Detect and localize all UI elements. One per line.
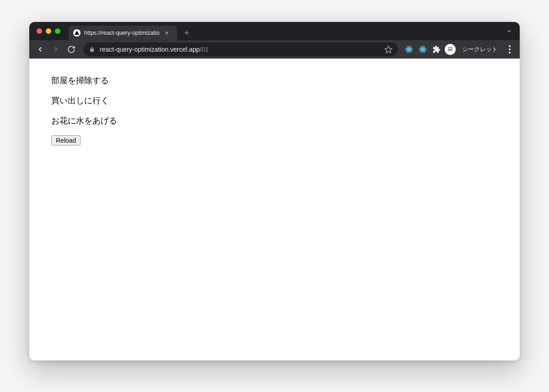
browser-tab[interactable]: https://react-query-optimizatio × — [69, 26, 177, 40]
svg-point-14 — [509, 52, 511, 54]
back-button[interactable] — [34, 43, 47, 56]
tab-title: https://react-query-optimizatio — [84, 30, 160, 36]
browser-toolbar: react-query-optimization.vercel.app/01 シ… — [29, 40, 520, 59]
bookmark-star-icon[interactable] — [384, 45, 393, 54]
svg-point-6 — [422, 49, 424, 50]
window-maximize-button[interactable] — [55, 28, 60, 34]
close-tab-button[interactable]: × — [163, 29, 171, 37]
browser-window: https://react-query-optimizatio × + reac… — [29, 22, 520, 360]
svg-point-2 — [409, 49, 410, 50]
extension-react-icon[interactable] — [417, 44, 428, 55]
svg-point-12 — [509, 45, 511, 47]
svg-marker-1 — [385, 46, 392, 53]
window-controls — [34, 28, 60, 34]
url-host: react-query-optimization.vercel.app — [100, 46, 200, 53]
list-item: 部屋を掃除する — [51, 75, 498, 86]
extension-1-icon[interactable] — [404, 44, 414, 55]
url-text: react-query-optimization.vercel.app/01 — [100, 46, 380, 53]
svg-point-10 — [448, 49, 450, 51]
svg-point-11 — [450, 49, 452, 51]
incognito-profile-icon[interactable] — [445, 44, 456, 55]
window-close-button[interactable] — [37, 28, 42, 34]
lock-icon — [89, 46, 95, 53]
forward-button[interactable] — [49, 43, 62, 56]
extensions-puzzle-icon[interactable] — [431, 44, 442, 55]
browser-menu-button[interactable] — [504, 44, 515, 55]
list-item: 買い出しに行く — [51, 95, 498, 106]
new-tab-button[interactable]: + — [177, 26, 197, 40]
reload-page-button[interactable] — [65, 43, 78, 56]
incognito-label: シークレット — [458, 45, 501, 54]
vercel-favicon-icon — [73, 29, 81, 37]
tab-strip: https://react-query-optimizatio × + — [29, 22, 520, 40]
url-path: /01 — [200, 46, 209, 53]
window-minimize-button[interactable] — [46, 28, 51, 34]
address-bar[interactable]: react-query-optimization.vercel.app/01 — [83, 43, 398, 56]
page-content: 部屋を掃除する 買い出しに行く お花に水をあげる Reload — [29, 59, 520, 360]
reload-button[interactable]: Reload — [51, 135, 81, 145]
list-item: お花に水をあげる — [51, 115, 498, 126]
tab-dropdown-icon[interactable] — [506, 28, 515, 34]
svg-point-13 — [509, 48, 511, 50]
